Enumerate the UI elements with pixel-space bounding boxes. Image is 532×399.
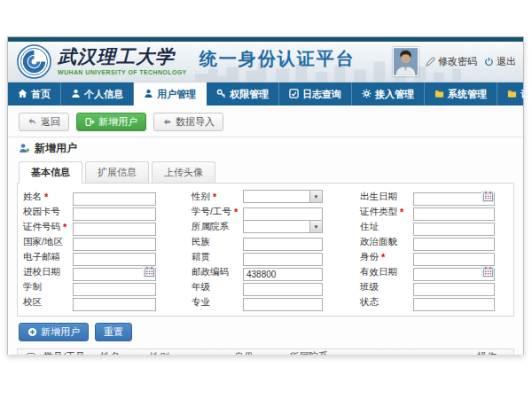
back-button[interactable]: 返回 bbox=[19, 113, 69, 131]
field-label-text: 出生日期 bbox=[360, 191, 397, 203]
university-name-en: WUHAN UNIVERSITY OF TECHNOLOGY bbox=[58, 69, 187, 75]
data-import-button[interactable]: 数据导入 bbox=[153, 113, 223, 131]
nav-item-label: 用户管理 bbox=[157, 88, 196, 101]
field-control-15 bbox=[73, 265, 156, 278]
app-window: 武汉理工大学 WUHAN UNIVERSITY OF TECHNOLOGY 统一… bbox=[7, 36, 524, 355]
field-input-11[interactable] bbox=[413, 238, 495, 251]
field-input-14[interactable] bbox=[413, 253, 495, 266]
add-user-button-label: 新增用户 bbox=[98, 115, 137, 129]
field-input-21[interactable] bbox=[73, 298, 156, 311]
field-label-text: 进校日期 bbox=[23, 266, 60, 278]
tab-2[interactable]: 上传头像 bbox=[152, 161, 215, 183]
field-label-text: 国家/地区 bbox=[23, 236, 63, 248]
field-label-text: 性别 bbox=[192, 191, 210, 203]
table-header-row: 学号/工号姓名性别身份所属院系操作 bbox=[18, 349, 513, 355]
calendar-glyph bbox=[483, 267, 493, 277]
required-asterisk: * bbox=[400, 207, 403, 217]
tab-bar: 基本信息扩展信息上传头像 bbox=[19, 161, 514, 183]
field-input-0[interactable] bbox=[73, 192, 156, 206]
field-control-9 bbox=[73, 235, 156, 248]
field-label-5: 证件类型* bbox=[360, 205, 413, 218]
nav-item-5[interactable]: 接入管理 bbox=[352, 82, 425, 106]
submit-button-label: 新增用户 bbox=[41, 325, 80, 339]
table-column-header-3: 身份 bbox=[231, 350, 286, 356]
field-input-12[interactable] bbox=[73, 253, 156, 266]
field-label-text: 身份 bbox=[360, 251, 379, 263]
nav-item-6[interactable]: 系统管理 bbox=[425, 82, 497, 106]
platform-title: 统一身份认证平台 bbox=[200, 47, 356, 76]
nav-bar: 首页个人信息用户管理权限管理日志查询接入管理系统管理订阅管理 bbox=[8, 82, 523, 106]
table-column-header-0: 学号/工号 bbox=[41, 350, 98, 356]
nav-item-4[interactable]: 日志查询 bbox=[279, 82, 352, 106]
form-actions: 新增用户 重置 bbox=[19, 323, 514, 341]
field-label-text: 证件类型 bbox=[360, 206, 397, 218]
field-input-3[interactable] bbox=[73, 207, 156, 221]
field-control-21 bbox=[73, 295, 156, 309]
field-input-5[interactable] bbox=[413, 207, 495, 221]
required-asterisk: * bbox=[44, 192, 48, 202]
university-name-cn: 武汉理工大学 bbox=[58, 48, 187, 66]
required-asterisk: * bbox=[213, 192, 216, 202]
field-input-6[interactable] bbox=[73, 223, 156, 236]
field-label-text: 所属院系 bbox=[192, 221, 229, 233]
field-label-text: 学号/工号 bbox=[192, 206, 231, 218]
section-title-label: 新增用户 bbox=[35, 141, 77, 156]
select-all-checkbox[interactable] bbox=[27, 353, 35, 355]
field-label-text: 专业 bbox=[192, 296, 210, 309]
calendar-icon[interactable] bbox=[481, 191, 494, 202]
field-input-22[interactable] bbox=[243, 298, 323, 311]
field-input-8[interactable] bbox=[413, 223, 495, 236]
nav-item-1[interactable]: 个人信息 bbox=[61, 82, 134, 106]
field-control-11 bbox=[413, 235, 495, 248]
field-input-23[interactable] bbox=[413, 298, 495, 311]
field-select-1[interactable]: ▼ bbox=[243, 190, 323, 203]
field-label-14: 身份* bbox=[360, 250, 413, 263]
nav-item-label: 日志查询 bbox=[302, 88, 341, 101]
nav-item-0[interactable]: 首页 bbox=[8, 82, 61, 106]
reset-button[interactable]: 重置 bbox=[95, 323, 132, 341]
field-label-9: 国家/地区 bbox=[23, 235, 73, 248]
folder-icon bbox=[434, 89, 444, 100]
user-icon bbox=[71, 89, 81, 100]
field-input-16[interactable] bbox=[243, 268, 323, 281]
dropdown-arrow-icon[interactable]: ▼ bbox=[309, 221, 322, 232]
nav-item-label: 个人信息 bbox=[84, 88, 123, 101]
field-input-9[interactable] bbox=[73, 238, 156, 251]
nav-item-2[interactable]: 用户管理 bbox=[134, 82, 207, 106]
field-label-text: 校园卡号 bbox=[23, 206, 60, 218]
field-input-18[interactable] bbox=[73, 283, 156, 296]
field-control-16 bbox=[243, 265, 323, 278]
field-label-22: 专业 bbox=[192, 295, 243, 309]
field-select-7[interactable]: ▼ bbox=[243, 220, 323, 233]
calendar-icon[interactable] bbox=[143, 266, 155, 278]
user-avatar bbox=[393, 47, 419, 76]
nav-item-7[interactable]: 订阅管理 bbox=[497, 82, 532, 106]
field-input-20[interactable] bbox=[413, 283, 495, 296]
field-input-10[interactable] bbox=[243, 238, 323, 251]
tab-0[interactable]: 基本信息 bbox=[19, 161, 82, 184]
add-user-button-top[interactable]: 新增用户 bbox=[76, 113, 146, 131]
section-title: 新增用户 bbox=[19, 141, 514, 156]
field-label-16: 邮政编码 bbox=[192, 265, 243, 278]
calendar-icon[interactable] bbox=[481, 266, 494, 278]
back-arrow-icon bbox=[27, 117, 37, 127]
user-table: 学号/工号姓名性别身份所属院系操作 bbox=[17, 348, 514, 355]
dropdown-arrow-icon[interactable]: ▼ bbox=[309, 191, 322, 202]
tab-1[interactable]: 扩展信息 bbox=[85, 161, 149, 183]
required-asterisk: * bbox=[234, 207, 238, 217]
field-label-13: 籍贯 bbox=[192, 250, 243, 263]
field-input-19[interactable] bbox=[243, 283, 323, 296]
logout-link[interactable]: 退出 bbox=[484, 55, 516, 68]
submit-add-user-button[interactable]: 新增用户 bbox=[19, 323, 89, 341]
person-plus-icon bbox=[19, 143, 30, 154]
data-import-button-label: 数据导入 bbox=[176, 115, 215, 129]
logout-label: 退出 bbox=[497, 55, 516, 68]
field-control-14 bbox=[413, 250, 495, 263]
change-password-link[interactable]: 修改密码 bbox=[426, 55, 477, 68]
nav-item-3[interactable]: 权限管理 bbox=[207, 82, 279, 106]
field-input-4[interactable] bbox=[243, 207, 323, 221]
field-input-13[interactable] bbox=[243, 253, 323, 266]
table-column-header-5: 操作 bbox=[474, 350, 513, 356]
divider bbox=[8, 137, 523, 137]
nav-item-label: 接入管理 bbox=[375, 88, 414, 101]
